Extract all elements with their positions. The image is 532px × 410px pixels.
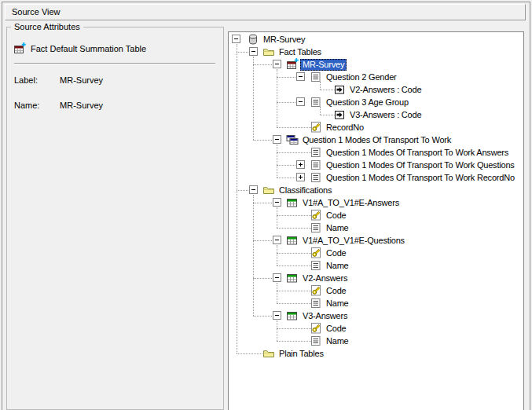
tree-item-label[interactable]: Question 1 Modes Of Transport To Work [300,134,453,146]
tree-connector [237,353,264,354]
tree-item-label[interactable]: Question 1 Modes Of Transport To Work Qu… [324,159,517,171]
tree-item-label[interactable]: Fact Tables [277,46,324,58]
folder-icon [262,184,275,196]
tree-item[interactable]: Name [229,335,523,347]
list-icon [310,146,322,159]
tree-expander[interactable] [273,236,281,244]
tree-item[interactable]: Question 1 Modes Of Transport To Work Re… [229,171,523,184]
tree-item[interactable]: Code [229,209,523,221]
tree-connector [277,303,311,304]
tree-item[interactable]: V1#A_TO_V1#E-Answers [229,196,523,209]
tree-item-label[interactable]: Code [324,210,349,221]
tree-item-label[interactable]: V2-Answers : Code [347,84,424,96]
tree-item[interactable]: MR-Survey [229,58,523,71]
tree-item-label[interactable]: V1#A_TO_V1#E-Answers [300,197,402,209]
tree-item-label[interactable]: Plain Tables [277,348,326,360]
tree-connector [253,140,273,141]
tree-expander[interactable] [273,273,281,282]
tree-connector [277,253,311,254]
tree-item-label[interactable]: Question 1 Modes Of Transport To Work Re… [324,172,517,184]
list-icon [310,159,322,171]
tree-connector [277,127,311,128]
tree-connector [277,228,311,229]
tree-connector [277,341,311,342]
key-icon [310,322,322,335]
tree-item-label[interactable]: Name [324,335,351,347]
tree-item[interactable]: V3-Answers [229,309,523,322]
tree-item[interactable]: Classifications [229,184,523,196]
tree-connector [237,52,250,53]
tree-connector [277,328,311,329]
tree-expander[interactable] [296,173,305,181]
tree-expander[interactable] [249,185,258,194]
field-value: MR-Survey [60,101,103,110]
tree-expander[interactable] [296,97,305,106]
tree-item-label[interactable]: Name [324,222,351,234]
tree-item-label[interactable]: Code [324,323,349,335]
tree-item[interactable]: Question 1 Modes Of Transport To Work An… [229,146,523,159]
tree-item[interactable]: Code [229,284,523,297]
classification-table-icon [286,196,299,209]
tree-item-label[interactable]: RecordNo [324,122,366,134]
tree-item-label[interactable]: V3-Answers [300,310,350,322]
list-icon [310,335,322,347]
tree-item-label[interactable]: Code [324,285,349,297]
tree-expander[interactable] [296,160,305,169]
list-icon [310,171,322,184]
separator [14,63,215,64]
tree-item[interactable]: RecordNo [229,121,523,134]
fact-table-icon [286,58,299,71]
link-arrow-icon [333,83,346,96]
tree-item[interactable]: Name [229,259,523,272]
tree-item[interactable]: Code [229,247,523,259]
tree-item[interactable]: MR-Survey [229,33,523,46]
tree-connector [277,215,311,216]
tree-connector [253,316,273,317]
tree-connector [237,190,250,191]
tree-item[interactable]: Name [229,297,523,309]
tree-item-label[interactable]: V2-Answers [300,273,350,284]
tree-item-label[interactable]: V3-Answers : Code [347,109,424,121]
tree-expander[interactable] [232,35,240,43]
tree-item[interactable]: Question 1 Modes Of Transport To Work Qu… [229,159,523,171]
label-field: Label: MR-Survey [14,75,103,86]
tree-item-label[interactable]: Question 2 Gender [324,71,399,83]
key-icon [310,121,322,134]
source-view-header: Source View [5,4,526,20]
tree-item[interactable]: V3-Answers : Code [229,108,523,121]
tree-item[interactable]: Question 1 Modes Of Transport To Work [229,134,523,146]
folder-icon [262,46,275,58]
tree-item-label[interactable]: V1#A_TO_V1#E-Questions [300,235,407,247]
tree-item-label[interactable]: MR-Survey [300,59,347,71]
tree-item[interactable]: V2-Answers : Code [229,83,523,96]
tree-item[interactable]: Fact Tables [229,46,523,58]
tree-item[interactable]: Question 2 Gender [229,71,523,83]
tree-item[interactable]: Name [229,221,523,234]
tree-item[interactable]: Question 3 Age Group [229,96,523,108]
list-icon [310,96,322,108]
tree-item-label[interactable]: Code [324,247,349,259]
tree-connector [253,64,273,65]
tree-expander[interactable] [273,60,281,68]
tree-expander[interactable] [296,72,305,81]
tree-item-label[interactable]: Name [324,260,351,272]
classification-table-icon [286,309,299,322]
tree-item-label[interactable]: Name [324,298,351,309]
tree-expander[interactable] [249,47,258,56]
tree-connector [277,152,311,153]
tree-item[interactable]: Code [229,322,523,335]
tree-item-label[interactable]: Question 3 Age Group [324,97,411,108]
tree-item[interactable]: Plain Tables [229,347,523,360]
tree-item-label[interactable]: Classifications [277,185,334,196]
tree-expander[interactable] [273,135,281,144]
fact-table-icon [13,42,26,55]
tree-item[interactable]: V2-Answers [229,272,523,284]
classification-table-icon [286,272,299,284]
tree-expander[interactable] [273,198,281,207]
tree-item-label[interactable]: MR-Survey [261,34,307,46]
tree-connector [277,102,297,103]
tree-expander[interactable] [273,311,281,320]
key-icon [310,284,322,297]
tree-item-label[interactable]: Question 1 Modes Of Transport To Work An… [324,147,511,159]
tree-item[interactable]: V1#A_TO_V1#E-Questions [229,234,523,247]
